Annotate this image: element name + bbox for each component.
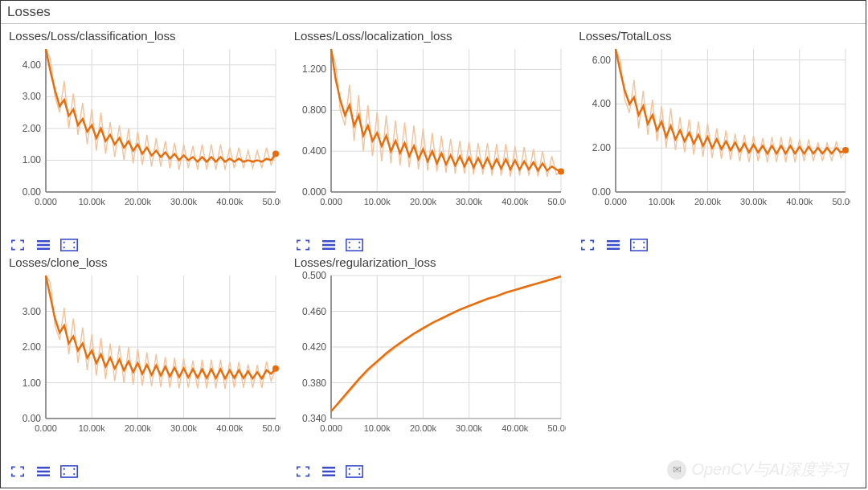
svg-point-16: [74, 242, 76, 243]
expand-icon[interactable]: [294, 464, 312, 479]
svg-point-87: [349, 468, 350, 470]
chart-title: Losses/clone_loss: [9, 255, 289, 269]
series-smoothed: [616, 49, 845, 153]
svg-point-88: [358, 468, 360, 470]
xtick-label: 40.00k: [216, 423, 244, 433]
xtick-label: 20.00k: [694, 197, 722, 206]
xtick-label: 30.00k: [740, 197, 768, 206]
lines-icon[interactable]: [35, 464, 52, 479]
svg-point-72: [74, 473, 76, 475]
xtick-label: 20.00k: [125, 423, 152, 433]
xtick-label: 40.00k: [787, 197, 814, 206]
svg-point-34: [358, 242, 360, 243]
series-raw: [331, 277, 561, 411]
section-header[interactable]: Losses: [1, 1, 866, 24]
xtick-label: 30.00k: [170, 423, 198, 433]
svg-point-69: [63, 468, 65, 470]
xtick-label: 50.00k: [547, 197, 566, 206]
xtick-label: 0.000: [605, 197, 628, 206]
end-point-marker: [842, 147, 849, 153]
xtick-label: 30.00k: [170, 197, 198, 206]
fit-icon[interactable]: [60, 238, 78, 252]
expand-icon[interactable]: [294, 238, 312, 252]
expand-icon[interactable]: [9, 464, 27, 479]
chart-plot-area[interactable]: 0.0000.4000.8001.2000.00010.00k20.00k30.…: [293, 44, 575, 235]
svg-rect-68: [61, 466, 77, 477]
svg-point-18: [74, 247, 76, 248]
ytick-label: 0.00: [592, 186, 612, 198]
expand-icon[interactable]: [579, 238, 596, 252]
charts-grid: Losses/Loss/classification_loss0.001.002…: [1, 24, 866, 479]
fit-icon[interactable]: [346, 238, 363, 252]
expand-icon[interactable]: [9, 238, 27, 252]
xtick-label: 40.00k: [216, 197, 244, 206]
ytick-label: 0.340: [302, 413, 326, 424]
ytick-label: 2.00: [23, 123, 42, 134]
end-point-marker: [272, 151, 279, 157]
chart-svg-clone_loss[interactable]: 0.001.002.003.000.00010.00k20.00k30.00k4…: [7, 271, 280, 439]
xtick-label: 50.00k: [547, 423, 566, 433]
lines-icon[interactable]: [604, 238, 622, 252]
xtick-label: 10.00k: [649, 197, 676, 206]
xtick-label: 0.000: [320, 423, 342, 433]
xtick-label: 10.00k: [79, 423, 106, 433]
svg-point-70: [74, 468, 76, 470]
series-raw: [46, 49, 276, 169]
chart-svg-classification_loss[interactable]: 0.001.002.003.004.000.00010.00k20.00k30.…: [7, 44, 280, 213]
fit-icon[interactable]: [346, 464, 363, 479]
ytick-label: 4.00: [592, 98, 612, 109]
lines-icon[interactable]: [320, 464, 338, 479]
svg-point-52: [644, 242, 645, 243]
ytick-label: 0.00: [23, 186, 42, 198]
chart-svg-total_loss[interactable]: 0.002.004.006.000.00010.00k20.00k30.00k4…: [577, 44, 850, 213]
fit-icon[interactable]: [630, 238, 648, 252]
ytick-label: 1.200: [302, 63, 326, 75]
lines-icon[interactable]: [35, 238, 52, 252]
chart-cell-clone_loss: Losses/clone_loss0.001.002.003.000.00010…: [7, 254, 289, 479]
svg-point-36: [358, 247, 360, 248]
svg-rect-14: [61, 239, 77, 251]
series-raw: [46, 276, 276, 389]
ytick-label: 4.00: [23, 59, 42, 71]
series-smoothed: [46, 276, 276, 378]
ytick-label: 1.00: [23, 378, 42, 389]
svg-point-90: [358, 473, 360, 475]
ytick-label: 0.420: [302, 341, 326, 353]
xtick-label: 0.000: [320, 197, 342, 206]
svg-point-71: [63, 473, 65, 475]
series-raw: [331, 49, 561, 177]
chart-plot-area[interactable]: 0.001.002.003.004.000.00010.00k20.00k30.…: [7, 44, 289, 235]
series-raw: [616, 49, 845, 162]
xtick-label: 10.00k: [79, 197, 106, 206]
xtick-label: 50.00k: [833, 197, 851, 206]
chart-plot-area[interactable]: 0.001.002.003.000.00010.00k20.00k30.00k4…: [7, 271, 289, 461]
xtick-label: 50.00k: [262, 423, 280, 433]
chart-svg-localization_loss[interactable]: 0.0000.4000.8001.2000.00010.00k20.00k30.…: [293, 44, 566, 213]
chart-svg-regularization_loss[interactable]: 0.3400.3800.4200.4600.5000.00010.00k20.0…: [293, 271, 566, 439]
xtick-label: 10.00k: [363, 423, 391, 433]
svg-point-54: [644, 247, 645, 248]
xtick-label: 30.00k: [456, 197, 483, 206]
ytick-label: 0.000: [302, 186, 326, 198]
ytick-label: 0.400: [302, 145, 326, 157]
end-point-marker: [558, 169, 564, 175]
xtick-label: 50.00k: [262, 197, 280, 206]
series-smoothed: [331, 276, 561, 411]
chart-toolbar: [7, 461, 289, 479]
ytick-label: 1.00: [23, 154, 42, 165]
chart-plot-area[interactable]: 0.3400.3800.4200.4600.5000.00010.00k20.0…: [293, 271, 575, 461]
losses-panel: Losses Losses/Loss/classification_loss0.…: [0, 0, 866, 488]
ytick-label: 0.500: [302, 271, 326, 281]
fit-icon[interactable]: [60, 464, 78, 479]
xtick-label: 10.00k: [363, 197, 391, 206]
svg-point-53: [633, 247, 635, 248]
svg-point-51: [633, 242, 635, 243]
chart-cell-total_loss: Losses/TotalLoss0.002.004.006.000.00010.…: [577, 27, 859, 252]
end-point-marker: [272, 365, 279, 372]
xtick-label: 20.00k: [125, 197, 152, 206]
chart-title: Losses/TotalLoss: [579, 29, 859, 43]
ytick-label: 0.800: [302, 104, 326, 116]
lines-icon[interactable]: [320, 238, 338, 252]
ytick-label: 6.00: [592, 55, 612, 66]
chart-plot-area[interactable]: 0.002.004.006.000.00010.00k20.00k30.00k4…: [577, 44, 859, 235]
